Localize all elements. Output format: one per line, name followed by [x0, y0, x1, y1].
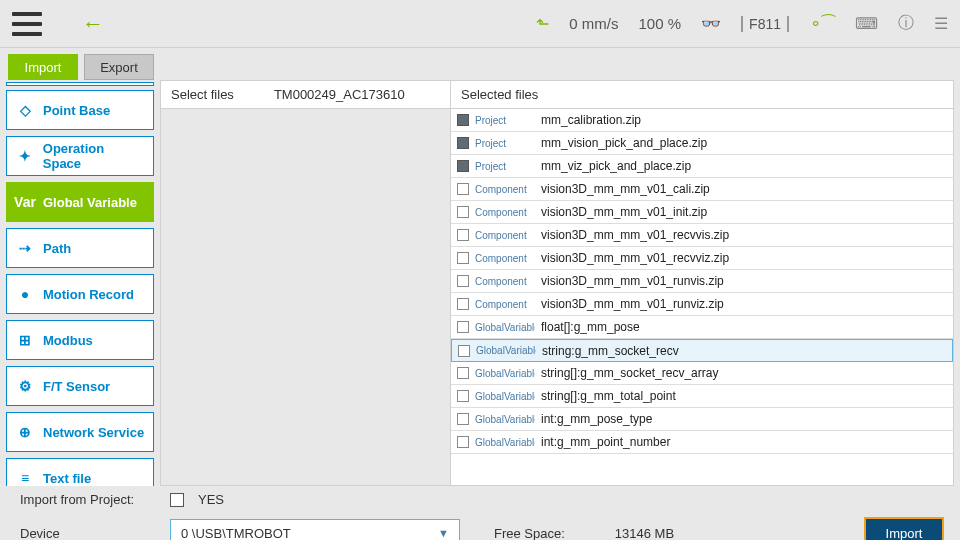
file-type-label: GlobalVariable — [475, 368, 535, 379]
percent-value: 100 % — [639, 15, 682, 32]
sidebar-item-motion-record[interactable]: ●Motion Record — [6, 274, 154, 314]
global-variable-icon: Var — [15, 192, 35, 212]
file-checkbox[interactable] — [457, 252, 469, 264]
sidebar-item-path[interactable]: ⇢Path — [6, 228, 154, 268]
file-type-label: Component — [475, 230, 535, 241]
file-row[interactable]: GlobalVariableint:g_mm_pose_type — [451, 408, 953, 431]
sidebar-item-point-base[interactable]: ◇Point Base — [6, 90, 154, 130]
file-type-label: Component — [475, 276, 535, 287]
file-name: vision3D_mm_mm_v01_recvviz.zip — [541, 251, 947, 265]
file-name: vision3D_mm_mm_v01_cali.zip — [541, 182, 947, 196]
file-checkbox[interactable] — [457, 137, 469, 149]
file-name: vision3D_mm_mm_v01_runviz.zip — [541, 297, 947, 311]
file-type-label: Project — [475, 138, 535, 149]
file-type-label: GlobalVariable — [475, 437, 535, 448]
file-type-label: GlobalVariable — [475, 414, 535, 425]
file-name: int:g_mm_point_number — [541, 435, 947, 449]
file-name: vision3D_mm_mm_v01_runvis.zip — [541, 274, 947, 288]
motion-record-icon: ● — [15, 284, 35, 304]
file-row[interactable]: Projectmm_viz_pick_and_place.zip — [451, 155, 953, 178]
point-base-icon: ◇ — [15, 100, 35, 120]
file-row[interactable]: Componentvision3D_mm_mm_v01_recvviz.zip — [451, 247, 953, 270]
import-from-checkbox[interactable] — [170, 493, 184, 507]
speed-value: 0 mm/s — [569, 15, 618, 32]
file-checkbox[interactable] — [457, 114, 469, 126]
sidebar-item-global-variable[interactable]: VarGlobal Variable — [6, 182, 154, 222]
robot-status-icon: ⬑ — [536, 14, 549, 33]
sidebar-item-label: Modbus — [43, 333, 93, 348]
file-name: vision3D_mm_mm_v01_init.zip — [541, 205, 947, 219]
import-from-label: Import from Project: — [16, 492, 156, 507]
robot-id: TM000249_AC173610 — [274, 87, 405, 102]
yes-label: YES — [198, 492, 224, 507]
file-row[interactable]: Componentvision3D_mm_mm_v01_runviz.zip — [451, 293, 953, 316]
file-checkbox[interactable] — [457, 275, 469, 287]
dropdown-icon: ▼ — [438, 527, 449, 539]
file-name: mm_calibration.zip — [541, 113, 947, 127]
file-type-label: Component — [475, 207, 535, 218]
file-type-label: GlobalVariable — [475, 322, 535, 333]
tab-export[interactable]: Export — [84, 54, 154, 80]
file-row[interactable]: GlobalVariablestring[]:g_mm_socket_recv_… — [451, 362, 953, 385]
path-icon: ⇢ — [15, 238, 35, 258]
file-type-label: GlobalVariable — [476, 345, 536, 356]
file-row[interactable]: GlobalVariablestring:g_mm_socket_recv — [451, 339, 953, 362]
file-name: mm_viz_pick_and_place.zip — [541, 159, 947, 173]
file-checkbox[interactable] — [458, 345, 470, 357]
sidebar-item-label: Path — [43, 241, 71, 256]
select-files-header: Select files — [171, 87, 234, 102]
list-icon[interactable]: ☰ — [934, 14, 948, 33]
file-checkbox[interactable] — [457, 367, 469, 379]
topbar: ← ⬑ 0 mm/s 100 % 👓 F811 ⚬⁀ ⌨ ⓘ ☰ — [0, 0, 960, 48]
file-row[interactable]: GlobalVariablefloat[]:g_mm_pose — [451, 316, 953, 339]
free-space-label: Free Space: — [494, 526, 565, 541]
sidebar-item-text-file[interactable]: ≡Text file — [6, 458, 154, 486]
keyboard-icon[interactable]: ⌨ — [855, 14, 878, 33]
file-checkbox[interactable] — [457, 436, 469, 448]
sidebar-item-label: Text file — [43, 471, 91, 486]
file-row[interactable]: Componentvision3D_mm_mm_v01_recvvis.zip — [451, 224, 953, 247]
file-row[interactable]: GlobalVariableint:g_mm_point_number — [451, 431, 953, 454]
file-name: string:g_mm_socket_recv — [542, 344, 946, 358]
file-type-label: GlobalVariable — [475, 391, 535, 402]
tab-bar: Import Export — [0, 48, 960, 80]
network-icon[interactable]: ⚬⁀ — [809, 14, 835, 33]
menu-icon[interactable] — [12, 12, 42, 36]
file-checkbox[interactable] — [457, 321, 469, 333]
selected-files-panel[interactable]: Projectmm_calibration.zipProjectmm_visio… — [451, 109, 953, 485]
sidebar-scroll-indicator — [6, 82, 154, 86]
device-select[interactable]: 0 \USB\TMROBOT ▼ — [170, 519, 460, 540]
text-file-icon: ≡ — [15, 468, 35, 486]
file-row[interactable]: GlobalVariablestring[]:g_mm_total_point — [451, 385, 953, 408]
file-row[interactable]: Projectmm_calibration.zip — [451, 109, 953, 132]
file-checkbox[interactable] — [457, 206, 469, 218]
tab-import[interactable]: Import — [8, 54, 78, 80]
back-arrow-icon[interactable]: ← — [82, 11, 104, 37]
sidebar-item-label: Network Service — [43, 425, 144, 440]
file-checkbox[interactable] — [457, 413, 469, 425]
status-bar: ⬑ 0 mm/s 100 % 👓 F811 ⚬⁀ ⌨ ⓘ ☰ — [536, 13, 948, 34]
sidebar-item-label: Point Base — [43, 103, 110, 118]
file-row[interactable]: Componentvision3D_mm_mm_v01_runvis.zip — [451, 270, 953, 293]
network-service-icon: ⊕ — [15, 422, 35, 442]
sidebar-item-modbus[interactable]: ⊞Modbus — [6, 320, 154, 360]
file-row[interactable]: Componentvision3D_mm_mm_v01_init.zip — [451, 201, 953, 224]
import-button[interactable]: Import — [864, 517, 944, 540]
sidebar-item-label: F/T Sensor — [43, 379, 110, 394]
file-row[interactable]: Projectmm_vision_pick_and_place.zip — [451, 132, 953, 155]
file-type-label: Component — [475, 299, 535, 310]
file-checkbox[interactable] — [457, 183, 469, 195]
file-checkbox[interactable] — [457, 160, 469, 172]
sidebar-item-label: Global Variable — [43, 195, 137, 210]
info-icon[interactable]: ⓘ — [898, 13, 914, 34]
sidebar-item-f/t-sensor[interactable]: ⚙F/T Sensor — [6, 366, 154, 406]
file-checkbox[interactable] — [457, 229, 469, 241]
file-row[interactable]: Componentvision3D_mm_mm_v01_cali.zip — [451, 178, 953, 201]
file-type-label: Project — [475, 161, 535, 172]
file-checkbox[interactable] — [457, 390, 469, 402]
file-checkbox[interactable] — [457, 298, 469, 310]
sidebar-item-operation-space[interactable]: ✦Operation Space — [6, 136, 154, 176]
sidebar-item-network-service[interactable]: ⊕Network Service — [6, 412, 154, 452]
f/t-sensor-icon: ⚙ — [15, 376, 35, 396]
file-name: int:g_mm_pose_type — [541, 412, 947, 426]
